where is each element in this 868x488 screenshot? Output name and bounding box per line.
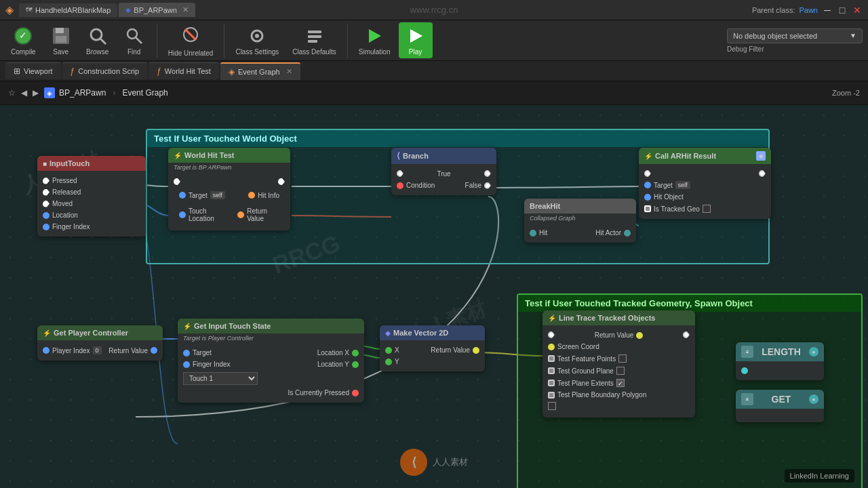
pin-location: Location [37, 209, 146, 221]
checkbox-testpe[interactable]: ✓ [616, 379, 625, 387]
node-get-input-touch-title: Get Input Touch State [194, 322, 271, 330]
compile-icon: ✓ [12, 25, 34, 47]
tab-event-graph[interactable]: ◈ Event Graph ✕ [220, 62, 300, 80]
pin-mv2d-y-dot [385, 359, 392, 365]
node-length-body [736, 361, 824, 380]
pin-gpc-playeridx-dot [43, 347, 50, 354]
maximize-button[interactable]: □ [837, 5, 848, 16]
comment-2-header: Test if User Touched Tracked Geometry, S… [518, 295, 861, 312]
node-input-touch-header: ■ InputTouch [37, 156, 146, 171]
favorite-icon[interactable]: ☆ [8, 88, 16, 98]
svg-point-12 [255, 34, 259, 38]
simulation-button[interactable]: Simulation [353, 22, 396, 58]
breadcrumb: ☆ ◀ ▶ ◈ BP_ARPawn › Event Graph Zoom -2 [0, 81, 868, 105]
node-get[interactable]: ≡ GET ● [736, 390, 824, 422]
node-branch[interactable]: ⟨ Branch True Condition False [391, 148, 496, 195]
node-break-hit[interactable]: BreakHit Collapsed Graph Hit Hit Actor [524, 199, 636, 243]
pin-pressed-dot [43, 178, 50, 184]
pin-cahit-target: Target self [639, 179, 771, 191]
node-make-vector2d-header: ◈ Make Vector 2D [380, 325, 485, 340]
save-label: Save [53, 48, 68, 56]
node-line-trace-title: Line Trace Tracked Objects [559, 314, 655, 322]
event-graph-icon: ◈ [229, 67, 235, 77]
pin-wht-touchloc: Touch Location [174, 205, 232, 224]
node-break-hit-title: BreakHit [530, 202, 560, 210]
tab-viewport[interactable]: ⊞ Viewport [5, 62, 61, 79]
checkbox-testpbp[interactable] [548, 402, 556, 410]
graph-name: Event Graph [122, 88, 167, 98]
minimize-button[interactable]: ─ [822, 5, 833, 16]
browse-button[interactable]: Browse [81, 22, 115, 58]
pin-gits-fingeridx-dot [183, 361, 190, 368]
node-get-player-ctrl-body: Player Index 0 Return Value [37, 340, 163, 361]
pin-pressed: Pressed [37, 175, 146, 186]
pin-branch-exec-in [397, 170, 403, 177]
tab-handheld-label: HandheldARBlankMap [35, 6, 111, 14]
svg-rect-13 [308, 30, 321, 33]
node-input-touch-title: InputTouch [50, 159, 90, 167]
app-icon: ◈ [5, 3, 14, 16]
node-get-input-touch[interactable]: ⚡ Get Input Touch State Target is Player… [178, 319, 364, 403]
pin-gits-locy-dot [352, 361, 359, 368]
svg-rect-4 [56, 36, 66, 43]
node-line-trace[interactable]: ⚡ Line Trace Tracked Objects Return Valu… [542, 310, 695, 418]
pin-lt-testpbp: Test Plane Boundary Polygon [542, 389, 695, 401]
compile-label: Compile [11, 48, 36, 56]
debug-filter-select[interactable]: No debug object selected ▼ [727, 28, 863, 43]
tab-bp-arpawn[interactable]: ◈ BP_ARPawn ✕ [119, 3, 195, 17]
pin-moved: Moved [37, 198, 146, 209]
checkbox-testgp[interactable] [616, 367, 625, 375]
toolbar-sep-3 [347, 24, 348, 58]
browse-label: Browse [86, 48, 108, 56]
node-call-arhit[interactable]: ⚡ Call ARHit Result ◈ Target self Hit Ob… [639, 148, 771, 219]
svg-rect-14 [308, 35, 321, 38]
class-settings-button[interactable]: Class Settings [230, 22, 284, 58]
checkbox-tracked[interactable] [703, 205, 711, 213]
nav-back-icon[interactable]: ◀ [21, 88, 27, 98]
tab-world-hit-test[interactable]: ƒ World Hit Test [149, 62, 219, 79]
play-label: Play [409, 48, 422, 56]
toolbar: ✓ Compile Save Browse Find Hide Unrelate… [0, 20, 868, 61]
parent-class-value: Pawn [799, 6, 818, 14]
node-world-hit-test[interactable]: ⚡ World Hit Test Target is BP ARPawn Tar… [168, 148, 290, 230]
titlebar: ◈ 🗺 HandheldARBlankMap ◈ BP_ARPawn ✕ www… [0, 0, 868, 20]
finger-index-select[interactable]: Touch 1 [183, 372, 258, 385]
find-button[interactable]: Find [117, 22, 151, 58]
logo-text: 人人素材 [433, 456, 468, 468]
hide-unrelated-button[interactable]: Hide Unrelated [163, 21, 219, 60]
svg-line-8 [136, 37, 142, 43]
play-button[interactable]: Play [399, 22, 433, 58]
tab-bp-close-icon[interactable]: ✕ [182, 5, 189, 14]
canvas[interactable]: 人人素材 RRCG 人人素材 Test If User Touched Worl… [0, 105, 868, 488]
viewport-icon: ⊞ [14, 66, 20, 76]
pin-gpc-retval-dot [151, 347, 157, 354]
nav-forward-icon[interactable]: ▶ [33, 88, 39, 98]
logo-icon: ⟨ [400, 449, 427, 476]
node-branch-header: ⟨ Branch [391, 148, 496, 164]
tab-handheld[interactable]: 🗺 HandheldARBlankMap [19, 3, 117, 17]
pin-bh-hitactor-dot [624, 230, 631, 237]
node-length[interactable]: ≡ LENGTH ● [736, 342, 824, 380]
node-world-hit-title: World Hit Test [184, 151, 235, 159]
node-input-touch[interactable]: ■ InputTouch Pressed Released Moved Loca… [37, 156, 146, 237]
save-button[interactable]: Save [44, 22, 78, 58]
svg-text:✓: ✓ [19, 30, 27, 41]
node-make-vector2d[interactable]: ◈ Make Vector 2D X Return Value Y [380, 325, 485, 371]
tab-close-icon[interactable]: ✕ [286, 67, 292, 76]
construction-icon: ƒ [71, 66, 75, 76]
pin-cahit-target-dot [644, 182, 651, 188]
class-defaults-button[interactable]: Class Defaults [287, 22, 341, 58]
pin-mv2d-x-dot [385, 347, 392, 354]
compile-button[interactable]: ✓ Compile [5, 22, 41, 58]
tab-construction-script[interactable]: ƒ Construction Scrip [62, 62, 148, 79]
close-button[interactable]: ✕ [852, 5, 863, 16]
node-line-trace-header: ⚡ Line Trace Tracked Objects [542, 310, 695, 325]
node-get-input-touch-header: ⚡ Get Input Touch State [178, 319, 364, 333]
node-world-hit-subtitle: Target is BP ARPawn [168, 163, 290, 172]
node-get-player-ctrl[interactable]: ⚡ Get Player Controller Player Index 0 R… [37, 325, 163, 361]
pin-branch-false-dot [484, 182, 491, 189]
length-badge: ● [809, 347, 818, 357]
bp-class-name: BP_ARPawn [59, 88, 106, 98]
checkbox-testfp[interactable] [618, 354, 627, 363]
pin-branch-exec-label-true: True [437, 170, 450, 178]
